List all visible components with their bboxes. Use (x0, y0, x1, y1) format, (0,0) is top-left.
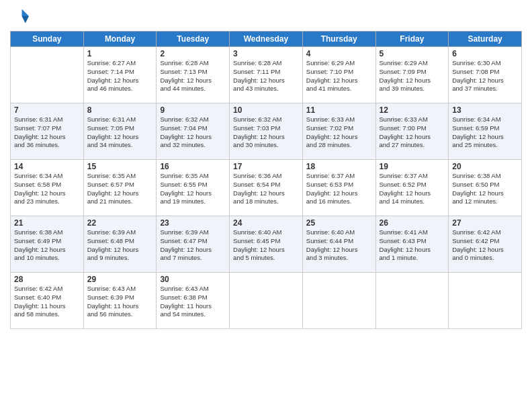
day-info: Sunrise: 6:41 AM Sunset: 6:43 PM Dayligh… (380, 228, 445, 263)
calendar-cell: 9Sunrise: 6:32 AM Sunset: 7:04 PM Daylig… (157, 103, 230, 160)
col-header-tuesday: Tuesday (157, 32, 230, 47)
day-number: 28 (14, 275, 80, 284)
col-header-thursday: Thursday (302, 32, 375, 47)
day-info: Sunrise: 6:33 AM Sunset: 7:00 PM Dayligh… (380, 116, 445, 150)
day-info: Sunrise: 6:34 AM Sunset: 6:59 PM Dayligh… (452, 116, 518, 150)
calendar-cell: 21Sunrise: 6:38 AM Sunset: 6:49 PM Dayli… (11, 216, 84, 273)
day-info: Sunrise: 6:32 AM Sunset: 7:03 PM Dayligh… (233, 116, 299, 150)
calendar-cell: 1Sunrise: 6:27 AM Sunset: 7:14 PM Daylig… (83, 47, 157, 103)
calendar-cell: 18Sunrise: 6:37 AM Sunset: 6:53 PM Dayli… (302, 160, 375, 216)
calendar-cell (449, 273, 522, 329)
calendar-cell: 11Sunrise: 6:33 AM Sunset: 7:02 PM Dayli… (302, 103, 375, 160)
calendar-cell: 25Sunrise: 6:40 AM Sunset: 6:44 PM Dayli… (302, 216, 375, 273)
day-number: 6 (452, 49, 518, 58)
day-number: 20 (452, 162, 518, 171)
day-number: 18 (306, 162, 372, 171)
calendar-cell (302, 273, 375, 329)
calendar-cell: 8Sunrise: 6:31 AM Sunset: 7:05 PM Daylig… (83, 103, 157, 160)
calendar-cell: 17Sunrise: 6:36 AM Sunset: 6:54 PM Dayli… (230, 160, 303, 216)
calendar-cell: 24Sunrise: 6:40 AM Sunset: 6:45 PM Dayli… (230, 216, 303, 273)
day-number: 25 (306, 218, 372, 228)
day-info: Sunrise: 6:37 AM Sunset: 6:52 PM Dayligh… (380, 172, 445, 206)
day-info: Sunrise: 6:31 AM Sunset: 7:07 PM Dayligh… (14, 116, 80, 150)
day-number: 13 (452, 105, 518, 115)
day-info: Sunrise: 6:28 AM Sunset: 7:13 PM Dayligh… (160, 59, 226, 93)
calendar-cell: 28Sunrise: 6:42 AM Sunset: 6:40 PM Dayli… (11, 273, 84, 329)
day-info: Sunrise: 6:42 AM Sunset: 6:42 PM Dayligh… (452, 228, 518, 263)
day-info: Sunrise: 6:42 AM Sunset: 6:40 PM Dayligh… (14, 285, 80, 319)
calendar-cell: 22Sunrise: 6:39 AM Sunset: 6:48 PM Dayli… (83, 216, 157, 273)
day-number: 30 (160, 275, 226, 284)
day-info: Sunrise: 6:29 AM Sunset: 7:09 PM Dayligh… (380, 59, 445, 93)
col-header-monday: Monday (83, 32, 157, 47)
day-info: Sunrise: 6:29 AM Sunset: 7:10 PM Dayligh… (306, 59, 372, 93)
day-info: Sunrise: 6:35 AM Sunset: 6:57 PM Dayligh… (87, 172, 153, 206)
day-number: 26 (380, 218, 445, 228)
day-info: Sunrise: 6:35 AM Sunset: 6:55 PM Dayligh… (160, 172, 226, 206)
day-info: Sunrise: 6:32 AM Sunset: 7:04 PM Dayligh… (160, 116, 226, 150)
day-info: Sunrise: 6:37 AM Sunset: 6:53 PM Dayligh… (306, 172, 372, 206)
calendar-cell: 10Sunrise: 6:32 AM Sunset: 7:03 PM Dayli… (230, 103, 303, 160)
svg-marker-2 (22, 16, 30, 24)
col-header-saturday: Saturday (449, 32, 522, 47)
day-number: 4 (306, 49, 372, 58)
calendar-cell: 13Sunrise: 6:34 AM Sunset: 6:59 PM Dayli… (449, 103, 522, 160)
calendar-cell: 4Sunrise: 6:29 AM Sunset: 7:10 PM Daylig… (302, 47, 375, 103)
day-number: 19 (380, 162, 445, 171)
day-number: 15 (87, 162, 153, 171)
col-header-sunday: Sunday (11, 32, 84, 47)
calendar-cell: 5Sunrise: 6:29 AM Sunset: 7:09 PM Daylig… (375, 47, 449, 103)
day-number: 11 (306, 105, 372, 115)
day-number: 2 (160, 49, 226, 58)
day-number: 9 (160, 105, 226, 115)
day-number: 8 (87, 105, 153, 115)
col-header-wednesday: Wednesday (230, 32, 303, 47)
calendar-cell: 7Sunrise: 6:31 AM Sunset: 7:07 PM Daylig… (11, 103, 84, 160)
day-number: 10 (233, 105, 299, 115)
day-number: 3 (233, 49, 299, 58)
day-number: 23 (160, 218, 226, 228)
svg-marker-1 (22, 9, 30, 17)
day-number: 5 (380, 49, 445, 58)
calendar-cell: 23Sunrise: 6:39 AM Sunset: 6:47 PM Dayli… (157, 216, 230, 273)
calendar-cell: 26Sunrise: 6:41 AM Sunset: 6:43 PM Dayli… (375, 216, 449, 273)
day-info: Sunrise: 6:30 AM Sunset: 7:08 PM Dayligh… (452, 59, 518, 93)
day-number: 24 (233, 218, 299, 228)
calendar-cell: 6Sunrise: 6:30 AM Sunset: 7:08 PM Daylig… (449, 47, 522, 103)
calendar: SundayMondayTuesdayWednesdayThursdayFrid… (10, 31, 522, 329)
calendar-cell: 29Sunrise: 6:43 AM Sunset: 6:39 PM Dayli… (83, 273, 157, 329)
day-number: 22 (87, 218, 153, 228)
day-info: Sunrise: 6:40 AM Sunset: 6:44 PM Dayligh… (306, 228, 372, 263)
calendar-cell: 30Sunrise: 6:43 AM Sunset: 6:38 PM Dayli… (157, 273, 230, 329)
calendar-cell (11, 47, 84, 103)
logo-icon (10, 7, 29, 26)
day-info: Sunrise: 6:39 AM Sunset: 6:47 PM Dayligh… (160, 228, 226, 263)
day-info: Sunrise: 6:40 AM Sunset: 6:45 PM Dayligh… (233, 228, 299, 263)
col-header-friday: Friday (375, 32, 449, 47)
day-info: Sunrise: 6:38 AM Sunset: 6:50 PM Dayligh… (452, 172, 518, 206)
logo (10, 7, 32, 26)
day-info: Sunrise: 6:28 AM Sunset: 7:11 PM Dayligh… (233, 59, 299, 93)
day-number: 17 (233, 162, 299, 171)
calendar-cell: 16Sunrise: 6:35 AM Sunset: 6:55 PM Dayli… (157, 160, 230, 216)
calendar-cell: 20Sunrise: 6:38 AM Sunset: 6:50 PM Dayli… (449, 160, 522, 216)
day-number: 12 (380, 105, 445, 115)
day-number: 7 (14, 105, 80, 115)
day-info: Sunrise: 6:27 AM Sunset: 7:14 PM Dayligh… (87, 59, 153, 93)
calendar-cell: 19Sunrise: 6:37 AM Sunset: 6:52 PM Dayli… (375, 160, 449, 216)
calendar-cell: 2Sunrise: 6:28 AM Sunset: 7:13 PM Daylig… (157, 47, 230, 103)
calendar-cell (375, 273, 449, 329)
day-info: Sunrise: 6:43 AM Sunset: 6:39 PM Dayligh… (87, 285, 153, 319)
day-info: Sunrise: 6:36 AM Sunset: 6:54 PM Dayligh… (233, 172, 299, 206)
day-number: 16 (160, 162, 226, 171)
calendar-cell: 12Sunrise: 6:33 AM Sunset: 7:00 PM Dayli… (375, 103, 449, 160)
day-info: Sunrise: 6:33 AM Sunset: 7:02 PM Dayligh… (306, 116, 372, 150)
calendar-cell: 27Sunrise: 6:42 AM Sunset: 6:42 PM Dayli… (449, 216, 522, 273)
day-info: Sunrise: 6:31 AM Sunset: 7:05 PM Dayligh… (87, 116, 153, 150)
day-info: Sunrise: 6:39 AM Sunset: 6:48 PM Dayligh… (87, 228, 153, 263)
day-info: Sunrise: 6:38 AM Sunset: 6:49 PM Dayligh… (14, 228, 80, 263)
calendar-cell: 3Sunrise: 6:28 AM Sunset: 7:11 PM Daylig… (230, 47, 303, 103)
calendar-cell (230, 273, 303, 329)
day-number: 27 (452, 218, 518, 228)
day-info: Sunrise: 6:43 AM Sunset: 6:38 PM Dayligh… (160, 285, 226, 319)
